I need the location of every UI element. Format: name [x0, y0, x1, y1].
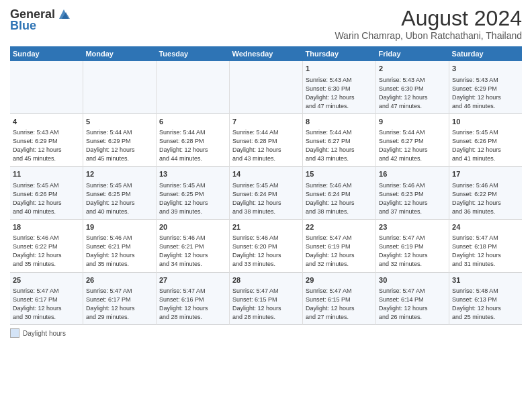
day-info: Sunrise: 5:46 AM Sunset: 6:22 PM Dayligh…	[13, 234, 80, 269]
day-number: 6	[159, 117, 226, 127]
calendar-week-row: 25Sunrise: 5:47 AM Sunset: 6:17 PM Dayli…	[10, 272, 522, 325]
table-cell: 7Sunrise: 5:44 AM Sunset: 6:28 PM Daylig…	[229, 113, 302, 167]
day-number: 25	[13, 275, 80, 285]
table-cell: 14Sunrise: 5:45 AM Sunset: 6:24 PM Dayli…	[229, 167, 302, 220]
day-info: Sunrise: 5:44 AM Sunset: 6:27 PM Dayligh…	[306, 128, 373, 163]
calendar-week-row: 4Sunrise: 5:43 AM Sunset: 6:29 PM Daylig…	[10, 113, 522, 167]
day-info: Sunrise: 5:47 AM Sunset: 6:16 PM Dayligh…	[159, 287, 226, 322]
table-cell	[10, 61, 83, 113]
table-cell: 19Sunrise: 5:46 AM Sunset: 6:21 PM Dayli…	[83, 219, 156, 272]
calendar-week-row: 11Sunrise: 5:45 AM Sunset: 6:26 PM Dayli…	[10, 167, 522, 220]
day-info: Sunrise: 5:46 AM Sunset: 6:24 PM Dayligh…	[306, 181, 373, 216]
day-number: 9	[379, 117, 446, 127]
table-cell: 18Sunrise: 5:46 AM Sunset: 6:22 PM Dayli…	[10, 219, 83, 272]
day-number: 23	[379, 222, 446, 232]
calendar-week-row: 1Sunrise: 5:43 AM Sunset: 6:30 PM Daylig…	[10, 61, 522, 113]
col-sunday: Sunday	[10, 46, 83, 61]
day-info: Sunrise: 5:48 AM Sunset: 6:13 PM Dayligh…	[452, 287, 519, 322]
day-number: 16	[379, 169, 446, 179]
legend-item: Daylight hours	[10, 328, 522, 338]
day-number: 13	[159, 169, 226, 179]
table-cell: 13Sunrise: 5:45 AM Sunset: 6:25 PM Dayli…	[156, 167, 229, 220]
table-cell: 28Sunrise: 5:47 AM Sunset: 6:15 PM Dayli…	[229, 272, 302, 325]
table-cell: 15Sunrise: 5:46 AM Sunset: 6:24 PM Dayli…	[303, 167, 376, 220]
calendar-table: Sunday Monday Tuesday Wednesday Thursday…	[10, 46, 522, 325]
table-cell: 9Sunrise: 5:44 AM Sunset: 6:27 PM Daylig…	[376, 113, 449, 167]
col-friday: Friday	[376, 46, 449, 61]
day-info: Sunrise: 5:47 AM Sunset: 6:17 PM Dayligh…	[13, 287, 80, 322]
day-info: Sunrise: 5:46 AM Sunset: 6:20 PM Dayligh…	[232, 234, 300, 269]
day-number: 14	[232, 169, 300, 179]
table-cell	[156, 61, 229, 113]
table-cell: 24Sunrise: 5:47 AM Sunset: 6:18 PM Dayli…	[449, 219, 522, 272]
table-cell: 21Sunrise: 5:46 AM Sunset: 6:20 PM Dayli…	[229, 219, 302, 272]
col-saturday: Saturday	[449, 46, 522, 61]
day-info: Sunrise: 5:46 AM Sunset: 6:21 PM Dayligh…	[159, 234, 226, 269]
table-cell: 23Sunrise: 5:47 AM Sunset: 6:19 PM Dayli…	[376, 219, 449, 272]
day-number: 21	[232, 222, 300, 232]
day-number: 8	[306, 117, 373, 127]
day-info: Sunrise: 5:47 AM Sunset: 6:15 PM Dayligh…	[306, 287, 373, 322]
col-tuesday: Tuesday	[156, 46, 229, 61]
day-number: 11	[13, 169, 80, 179]
day-number: 4	[13, 117, 80, 127]
main-title: August 2024	[335, 7, 522, 30]
table-cell: 20Sunrise: 5:46 AM Sunset: 6:21 PM Dayli…	[156, 219, 229, 272]
legend-label: Daylight hours	[23, 330, 66, 337]
day-info: Sunrise: 5:45 AM Sunset: 6:26 PM Dayligh…	[452, 128, 519, 163]
table-cell: 16Sunrise: 5:46 AM Sunset: 6:23 PM Dayli…	[376, 167, 449, 220]
day-number: 31	[452, 275, 519, 285]
day-info: Sunrise: 5:44 AM Sunset: 6:27 PM Dayligh…	[379, 128, 446, 163]
table-cell: 3Sunrise: 5:43 AM Sunset: 6:29 PM Daylig…	[449, 61, 522, 113]
table-cell: 8Sunrise: 5:44 AM Sunset: 6:27 PM Daylig…	[303, 113, 376, 167]
calendar-week-row: 18Sunrise: 5:46 AM Sunset: 6:22 PM Dayli…	[10, 219, 522, 272]
calendar-header-row: Sunday Monday Tuesday Wednesday Thursday…	[10, 46, 522, 61]
day-number: 5	[86, 117, 153, 127]
table-cell: 12Sunrise: 5:45 AM Sunset: 6:25 PM Dayli…	[83, 167, 156, 220]
table-cell	[83, 61, 156, 113]
table-cell: 6Sunrise: 5:44 AM Sunset: 6:28 PM Daylig…	[156, 113, 229, 167]
table-cell: 29Sunrise: 5:47 AM Sunset: 6:15 PM Dayli…	[303, 272, 376, 325]
day-info: Sunrise: 5:44 AM Sunset: 6:28 PM Dayligh…	[232, 128, 300, 163]
subtitle: Warin Chamrap, Ubon Ratchathani, Thailan…	[335, 30, 522, 41]
day-info: Sunrise: 5:46 AM Sunset: 6:21 PM Dayligh…	[86, 234, 153, 269]
day-number: 18	[13, 222, 80, 232]
col-thursday: Thursday	[303, 46, 376, 61]
day-info: Sunrise: 5:43 AM Sunset: 6:30 PM Dayligh…	[379, 76, 446, 111]
logo-icon	[56, 7, 71, 21]
col-wednesday: Wednesday	[229, 46, 302, 61]
day-info: Sunrise: 5:45 AM Sunset: 6:24 PM Dayligh…	[232, 181, 300, 216]
day-number: 2	[379, 64, 446, 74]
day-info: Sunrise: 5:47 AM Sunset: 6:14 PM Dayligh…	[379, 287, 446, 322]
logo: General Blue	[10, 7, 71, 33]
day-info: Sunrise: 5:46 AM Sunset: 6:23 PM Dayligh…	[379, 181, 446, 216]
day-number: 19	[86, 222, 153, 232]
day-number: 1	[306, 64, 373, 74]
day-info: Sunrise: 5:44 AM Sunset: 6:29 PM Dayligh…	[86, 128, 153, 163]
day-info: Sunrise: 5:47 AM Sunset: 6:17 PM Dayligh…	[86, 287, 153, 322]
table-cell: 5Sunrise: 5:44 AM Sunset: 6:29 PM Daylig…	[83, 113, 156, 167]
day-info: Sunrise: 5:47 AM Sunset: 6:19 PM Dayligh…	[379, 234, 446, 269]
table-cell: 25Sunrise: 5:47 AM Sunset: 6:17 PM Dayli…	[10, 272, 83, 325]
title-block: August 2024 Warin Chamrap, Ubon Ratchath…	[335, 7, 522, 41]
day-number: 17	[452, 169, 519, 179]
table-cell: 26Sunrise: 5:47 AM Sunset: 6:17 PM Dayli…	[83, 272, 156, 325]
day-number: 15	[306, 169, 373, 179]
page: General Blue August 2024 Warin Chamrap, …	[0, 0, 532, 411]
day-number: 10	[452, 117, 519, 127]
day-number: 22	[306, 222, 373, 232]
day-number: 30	[379, 275, 446, 285]
day-info: Sunrise: 5:43 AM Sunset: 6:30 PM Dayligh…	[306, 76, 373, 111]
table-cell	[229, 61, 302, 113]
day-info: Sunrise: 5:45 AM Sunset: 6:26 PM Dayligh…	[13, 181, 80, 216]
day-info: Sunrise: 5:47 AM Sunset: 6:15 PM Dayligh…	[232, 287, 300, 322]
day-number: 27	[159, 275, 226, 285]
table-cell: 2Sunrise: 5:43 AM Sunset: 6:30 PM Daylig…	[376, 61, 449, 113]
table-cell: 30Sunrise: 5:47 AM Sunset: 6:14 PM Dayli…	[376, 272, 449, 325]
day-number: 24	[452, 222, 519, 232]
day-info: Sunrise: 5:45 AM Sunset: 6:25 PM Dayligh…	[86, 181, 153, 216]
table-cell: 4Sunrise: 5:43 AM Sunset: 6:29 PM Daylig…	[10, 113, 83, 167]
day-info: Sunrise: 5:43 AM Sunset: 6:29 PM Dayligh…	[13, 128, 80, 163]
day-info: Sunrise: 5:45 AM Sunset: 6:25 PM Dayligh…	[159, 181, 226, 216]
day-number: 12	[86, 169, 153, 179]
